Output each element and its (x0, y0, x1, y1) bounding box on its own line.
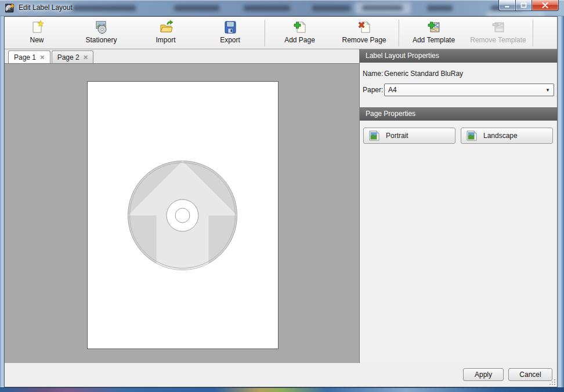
close-button[interactable] (532, 0, 559, 11)
canvas-column: Page 1 × Page 2 × (5, 49, 359, 363)
add-page-button-label: Add Page (284, 36, 315, 44)
page-tabstrip: Page 1 × Page 2 × (5, 49, 359, 64)
toolbar-separator (533, 20, 533, 46)
add-template-icon (426, 20, 442, 35)
label-layout-properties-header: Label Layout Properties (360, 49, 557, 63)
blurred-background-blob (427, 5, 453, 11)
export-floppy-icon (223, 20, 238, 35)
window-title: Edit Label Layout (19, 3, 73, 12)
minimize-button[interactable] (498, 0, 515, 11)
footer-bar: Apply Cancel (5, 363, 557, 387)
apply-button[interactable]: Apply (463, 368, 504, 381)
stationery-button-label: Stationery (85, 36, 117, 44)
landscape-button-label: Landscape (483, 132, 518, 140)
add-template-button[interactable]: Add Template (402, 18, 466, 48)
properties-panel: Label Layout Properties Name: Generic St… (359, 49, 557, 363)
import-button-label: Import (156, 36, 175, 44)
toolbar-separator (265, 20, 265, 46)
toolbar: New Stationery Impo (5, 17, 557, 49)
remove-template-button: Remove Template (466, 18, 530, 48)
stationery-button[interactable]: Stationery (69, 18, 133, 48)
window-border-right (558, 16, 564, 387)
add-template-button-label: Add Template (413, 36, 455, 44)
window-border-bottom (0, 387, 564, 392)
tab-page-2[interactable]: Page 2 × (52, 50, 94, 63)
label-page-sheet[interactable] (87, 81, 279, 349)
landscape-image-icon (465, 129, 478, 142)
dropdown-arrow-icon: ▼ (545, 88, 550, 93)
tab-page-2-close-icon[interactable]: × (84, 53, 88, 61)
resize-grip[interactable] (549, 379, 555, 385)
remove-template-icon (491, 20, 506, 35)
blurred-background-blob (174, 5, 219, 11)
blurred-background-blob (71, 5, 136, 11)
landscape-button[interactable]: Landscape (461, 128, 553, 144)
portrait-button[interactable]: Portrait (363, 128, 455, 144)
paper-label: Paper: (363, 86, 384, 94)
remove-page-button[interactable]: Remove Page (332, 18, 396, 48)
footer-buttons: Apply Cancel (463, 368, 552, 381)
import-button[interactable]: Import (133, 18, 198, 48)
content-row: Page 1 × Page 2 × (5, 49, 557, 363)
add-page-button[interactable]: Add Page (267, 18, 332, 48)
window-controls (498, 0, 559, 11)
import-folder-icon (158, 20, 173, 35)
dialog-client-area: New Stationery Impo (4, 16, 558, 387)
export-button-label: Export (220, 36, 240, 44)
tab-page-1-close-icon[interactable]: × (40, 53, 45, 61)
remove-page-button-label: Remove Page (342, 36, 386, 44)
maximize-icon (520, 2, 527, 8)
cancel-button[interactable]: Cancel (508, 368, 552, 381)
remove-page-icon (357, 20, 372, 35)
toolbar-separator (399, 20, 399, 46)
paper-dropdown[interactable]: A4 ▼ (384, 84, 554, 96)
name-value: Generic Standard BluRay (384, 70, 463, 78)
name-label: Name: (363, 70, 384, 78)
portrait-image-icon (368, 129, 381, 142)
blurred-background-blob (244, 5, 290, 11)
titlebar[interactable]: Edit Label Layout (0, 0, 564, 16)
name-row: Name: Generic Standard BluRay (360, 69, 557, 78)
paper-dropdown-value: A4 (388, 86, 397, 94)
orientation-row: Portrait Landscape (360, 128, 557, 144)
new-button[interactable]: New (5, 18, 69, 48)
add-page-icon (292, 20, 308, 35)
new-button-label: New (30, 36, 44, 44)
edit-label-layout-window: Edit Label Layout (0, 0, 564, 392)
export-button[interactable]: Export (198, 18, 262, 48)
minimize-icon (504, 3, 510, 8)
blurred-background-blob (312, 5, 350, 11)
new-document-icon (30, 20, 45, 35)
tab-page-1-label: Page 1 (14, 53, 36, 61)
layout-canvas[interactable] (5, 64, 359, 363)
stationery-icon (94, 20, 109, 35)
blurred-background-blob (362, 5, 403, 10)
app-icon (5, 3, 15, 13)
close-icon (542, 2, 548, 8)
blurred-background-blob (486, 12, 544, 16)
tab-page-1[interactable]: Page 1 × (8, 50, 50, 63)
tab-page-2-label: Page 2 (57, 53, 79, 61)
portrait-button-label: Portrait (386, 132, 408, 140)
page-properties-header: Page Properties (360, 107, 557, 121)
remove-template-button-label: Remove Template (470, 36, 526, 44)
window-border-left (0, 16, 4, 387)
paper-row: Paper: A4 ▼ (360, 84, 557, 96)
disc-label-shape[interactable] (127, 160, 238, 271)
maximize-button[interactable] (515, 0, 532, 11)
